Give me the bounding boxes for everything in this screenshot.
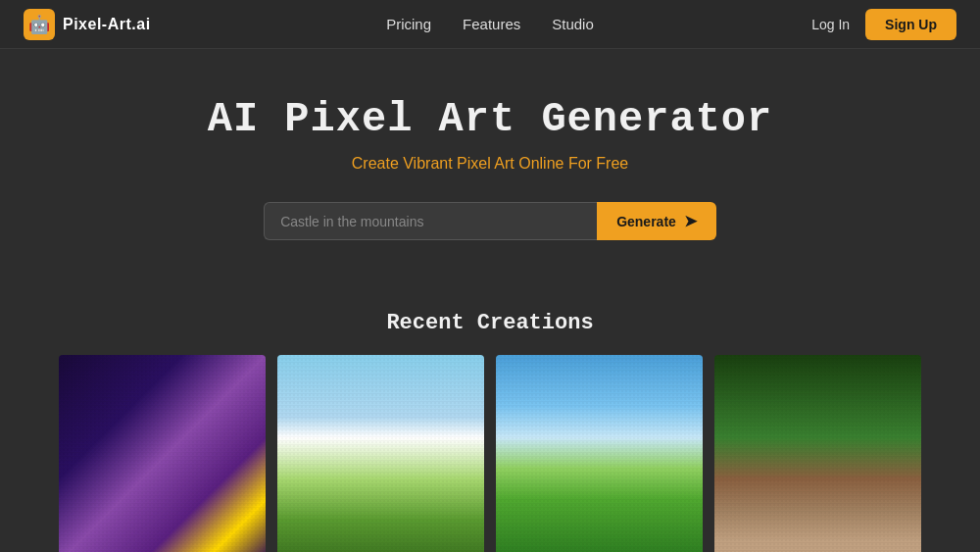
- hero-section: AI Pixel Art Generator Create Vibrant Pi…: [0, 49, 980, 311]
- gallery-image-cosmic-turtle: [59, 355, 266, 552]
- gallery-image-island-sky: [496, 355, 703, 552]
- nav-actions: Log In Sign Up: [811, 9, 956, 40]
- hero-title: AI Pixel Art Generator: [20, 96, 960, 143]
- search-area: Generate ➤: [20, 202, 960, 240]
- nav-link-pricing[interactable]: Pricing: [386, 16, 431, 32]
- signup-button[interactable]: Sign Up: [865, 9, 956, 40]
- nav-link-studio[interactable]: Studio: [552, 16, 594, 32]
- gallery-grid: A cosmic turtle Bright valley leading to…: [20, 355, 960, 552]
- gallery-image-bright-valley: [277, 355, 484, 552]
- generate-button[interactable]: Generate ➤: [597, 202, 716, 240]
- hero-subtitle: Create Vibrant Pixel Art Online For Free: [20, 155, 960, 173]
- gallery-item-raccoon-forest[interactable]: Raccoon in the Forest: [714, 355, 921, 552]
- gallery-image-raccoon-forest: [714, 355, 921, 552]
- svg-rect-7: [714, 355, 921, 552]
- svg-rect-3: [277, 355, 484, 552]
- gallery-item-bright-valley[interactable]: Bright valley leading to mou...: [277, 355, 484, 552]
- logo[interactable]: 🤖 Pixel-Art.ai: [24, 9, 151, 40]
- svg-rect-1: [59, 355, 266, 552]
- gallery-item-cosmic-turtle[interactable]: A cosmic turtle: [59, 355, 266, 552]
- login-button[interactable]: Log In: [811, 17, 850, 32]
- recent-creations-section: Recent Creations A cosmic turtle Bright …: [0, 311, 980, 552]
- logo-icon: 🤖: [24, 9, 55, 40]
- nav-links: Pricing Features Studio: [386, 16, 594, 32]
- gallery-item-island-sky[interactable]: Island in the sky: [496, 355, 703, 552]
- navbar: 🤖 Pixel-Art.ai Pricing Features Studio L…: [0, 0, 980, 49]
- svg-rect-5: [496, 355, 703, 552]
- prompt-input[interactable]: [264, 202, 597, 240]
- logo-text: Pixel-Art.ai: [63, 16, 151, 33]
- nav-link-features[interactable]: Features: [463, 16, 520, 32]
- recent-creations-title: Recent Creations: [20, 311, 960, 335]
- generate-label: Generate: [616, 214, 676, 229]
- arrow-icon: ➤: [684, 212, 697, 230]
